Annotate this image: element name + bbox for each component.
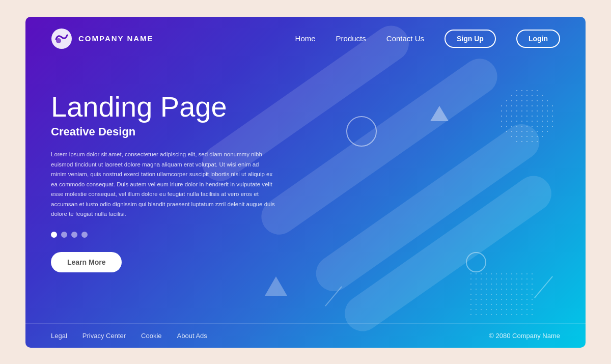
learn-more-button[interactable]: Learn More <box>51 252 122 272</box>
hero-body-text: Lorem ipsum dolor sit amet, consectetuer… <box>51 150 275 219</box>
nav-products[interactable]: Products <box>336 34 366 43</box>
hero-section: Landing Page Creative Design Lorem ipsum… <box>25 61 300 272</box>
dots-decoration-2 <box>468 271 535 317</box>
circle-icon-1 <box>346 116 377 147</box>
nav-contact[interactable]: Contact Us <box>386 34 424 43</box>
svg-point-0 <box>51 29 72 49</box>
hero-title: Landing Page <box>51 91 275 123</box>
dot-2[interactable] <box>61 232 67 238</box>
footer-copyright: © 2080 Company Name <box>489 332 560 340</box>
line-decoration-2 <box>325 286 342 306</box>
footer-privacy[interactable]: Privacy Center <box>82 332 126 340</box>
footer-links: Legal Privacy Center Cookie About Ads <box>51 332 489 340</box>
dot-3[interactable] <box>71 232 77 238</box>
circle-icon-2 <box>466 252 486 272</box>
pill-4 <box>338 169 558 338</box>
triangle-icon-2 <box>265 276 287 296</box>
dot-4[interactable] <box>81 232 88 238</box>
triangle-icon-1 <box>430 106 449 121</box>
hero-subtitle: Creative Design <box>51 125 275 138</box>
line-decoration-1 <box>534 276 553 298</box>
login-button[interactable]: Login <box>516 30 560 48</box>
signup-button[interactable]: Sign Up <box>445 30 496 48</box>
logo-icon <box>51 28 72 49</box>
navbar: COMPANY NAME Home Products Contact Us Si… <box>25 17 586 61</box>
company-name: COMPANY NAME <box>78 34 154 43</box>
slide-dots <box>51 232 275 238</box>
svg-point-1 <box>56 38 61 43</box>
footer-legal[interactable]: Legal <box>51 332 67 340</box>
nav-links: Home Products Contact Us Sign Up Login <box>295 30 560 48</box>
footer-cookie[interactable]: Cookie <box>141 332 161 340</box>
footer-about-ads[interactable]: About Ads <box>177 332 207 340</box>
dots-decoration-1 <box>499 88 555 144</box>
logo-area: COMPANY NAME <box>51 28 295 49</box>
footer: Legal Privacy Center Cookie About Ads © … <box>25 323 586 348</box>
dot-1[interactable] <box>51 232 57 238</box>
pill-3 <box>309 117 546 298</box>
page-wrapper: COMPANY NAME Home Products Contact Us Si… <box>25 17 586 348</box>
nav-home[interactable]: Home <box>295 34 316 43</box>
